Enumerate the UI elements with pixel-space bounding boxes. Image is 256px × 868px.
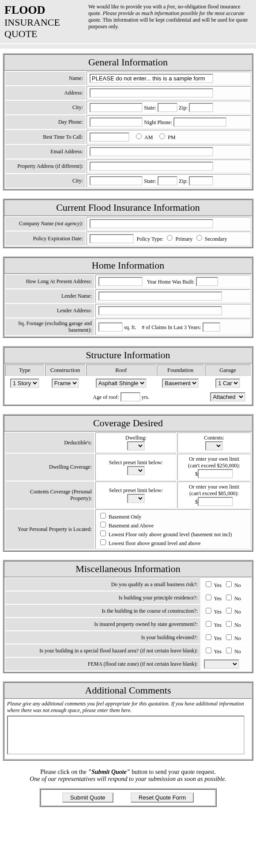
pp1-check[interactable] [100, 513, 106, 519]
q6-yes[interactable] [206, 648, 211, 653]
state2-input[interactable] [158, 176, 177, 186]
zip-input[interactable] [189, 103, 213, 112]
submit-button[interactable] [62, 792, 113, 803]
current-section: Current Flood Insurance Information Comp… [3, 198, 253, 248]
contcov-input[interactable] [198, 497, 233, 506]
pp4-check[interactable] [100, 539, 106, 545]
q1-yes[interactable] [206, 581, 211, 587]
structure-section: Structure Information Type Construction … [3, 346, 253, 406]
ded-contents-select[interactable] [205, 441, 223, 451]
q4-no[interactable] [226, 621, 232, 627]
lenderaddr-input[interactable] [98, 306, 222, 315]
pp2-check[interactable] [100, 522, 106, 527]
page-title: FLOOD INSURANCE QUOTE [4, 4, 88, 40]
dayphone-input[interactable] [90, 118, 143, 127]
state-input[interactable] [158, 103, 177, 112]
foundation-select[interactable]: Basement [162, 379, 199, 388]
q2-yes[interactable] [206, 595, 211, 600]
address-input[interactable] [90, 88, 213, 98]
q3-no[interactable] [226, 608, 232, 614]
misc-section: Miscellaneous Information Do you qualify… [3, 560, 253, 673]
reset-button[interactable] [131, 792, 194, 803]
garage2-select[interactable]: Attached [210, 392, 245, 402]
header: FLOOD INSURANCE QUOTE We would like to p… [0, 0, 256, 43]
name-input[interactable] [90, 74, 213, 83]
company-input[interactable] [90, 219, 213, 228]
pm-radio[interactable] [159, 133, 165, 139]
city-input[interactable] [90, 103, 143, 112]
fema-select[interactable] [204, 660, 239, 669]
city2-input[interactable] [90, 176, 143, 186]
lendername-input[interactable] [98, 292, 222, 301]
howlong-input[interactable] [98, 277, 143, 286]
yearbuilt-input[interactable] [196, 277, 218, 286]
q6-no[interactable] [226, 648, 232, 653]
general-section: General Information Name: Address: City:… [3, 53, 253, 190]
ded-dwelling-select[interactable] [127, 441, 145, 451]
am-radio[interactable] [136, 133, 142, 139]
sqft-input[interactable] [98, 322, 123, 332]
contcov-select[interactable] [127, 494, 145, 503]
secondary-radio[interactable] [196, 235, 202, 241]
header-description: We would like to provide you with a free… [88, 4, 252, 30]
construction-select[interactable]: Frame [52, 379, 79, 388]
home-section: Home Information How Long At Present Add… [3, 256, 253, 338]
email-input[interactable] [90, 147, 213, 156]
garage-select[interactable]: 1 Car [215, 379, 240, 388]
besttime-input[interactable] [90, 133, 129, 142]
propaddr-input[interactable] [90, 162, 213, 171]
dwellcov-input[interactable] [198, 469, 233, 478]
q2-no[interactable] [226, 595, 232, 600]
zip2-input[interactable] [189, 176, 213, 186]
comments-textarea[interactable] [7, 716, 245, 754]
dwellcov-select[interactable] [127, 466, 145, 475]
pp3-check[interactable] [100, 531, 106, 536]
ageroof-input[interactable] [120, 392, 140, 402]
q4-yes[interactable] [206, 621, 211, 627]
coverage-section: Coverage Desired Deductible's: Dwelling:… [3, 414, 253, 552]
q1-no[interactable] [226, 581, 232, 587]
q5-no[interactable] [226, 634, 232, 640]
type-select[interactable]: 1 Story [10, 379, 39, 388]
claims-input[interactable] [203, 322, 220, 332]
primary-radio[interactable] [167, 235, 173, 241]
expire-input[interactable] [90, 234, 134, 243]
nightphone-input[interactable] [173, 118, 226, 127]
submit-area: Please click on the "Submit Quote" butto… [9, 769, 247, 807]
q3-yes[interactable] [206, 608, 211, 614]
q5-yes[interactable] [206, 634, 211, 640]
roof-select[interactable]: Asphalt Shingle [96, 379, 147, 388]
name-label: Name: [5, 72, 86, 85]
comments-section: Additional Comments Please give any addi… [3, 681, 253, 761]
general-title: General Information [4, 55, 252, 71]
